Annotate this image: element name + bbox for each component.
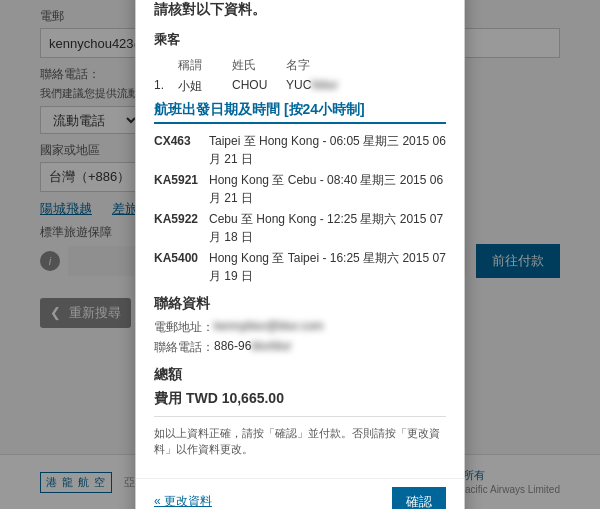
modal-title: 請核對以下資料。 — [154, 1, 446, 19]
flight-list: CX463 Taipei 至 Hong Kong - 06:05 星期三 201… — [154, 132, 446, 285]
contact-phone-value: 886-96blurblur — [214, 339, 291, 356]
flight-section-title: 航班出發日期及時間 [按24小時制] — [154, 101, 446, 124]
summary-total: 費用 TWD 10,665.00 — [154, 390, 446, 408]
contact-phone-row: 聯絡電話： 886-96blurblur — [154, 339, 446, 356]
pax-title: 小姐 — [178, 78, 228, 95]
passenger-header: 稱謂 姓氏 名字 — [154, 57, 446, 74]
flight-row-1: CX463 Taipei 至 Hong Kong - 06:05 星期三 201… — [154, 132, 446, 168]
modal-body: 請核對以下資料。 乘客 稱謂 姓氏 名字 1. 小姐 CHOU YUChblur… — [136, 0, 464, 478]
total-value: TWD 10,665.00 — [186, 390, 284, 406]
total-label: 費用 — [154, 390, 186, 406]
passenger-section-title: 乘客 — [154, 31, 446, 49]
flight-num-4: KA5400 — [154, 249, 209, 267]
pax-last: CHOU — [232, 78, 282, 95]
col-firstname-header: 名字 — [286, 57, 446, 74]
flight-detail-3: Cebu 至 Hong Kong - 12:25 星期六 2015 07 月 1… — [209, 210, 446, 246]
flight-detail-4: Hong Kong 至 Taipei - 16:25 星期六 2015 07 月… — [209, 249, 446, 285]
passenger-row: 1. 小姐 CHOU YUChblur — [154, 78, 446, 95]
flight-row-4: KA5400 Hong Kong 至 Taipei - 16:25 星期六 20… — [154, 249, 446, 285]
summary-section-title: 總額 — [154, 366, 446, 384]
contact-section-title: 聯絡資料 — [154, 295, 446, 313]
flight-num-3: KA5922 — [154, 210, 209, 228]
col-num — [154, 57, 174, 74]
flight-detail-2: Hong Kong 至 Cebu - 08:40 星期三 2015 06 月 2… — [209, 171, 446, 207]
contact-email-value: kennyblur@blur.com — [214, 319, 324, 336]
flight-detail-1: Taipei 至 Hong Kong - 06:05 星期三 2015 06 月… — [209, 132, 446, 168]
flight-num-2: KA5921 — [154, 171, 209, 189]
pax-first: YUChblur — [286, 78, 446, 95]
modal-footer: « 更改資料 確認 — [136, 478, 464, 510]
modal-dialog: 請核對以下資料。 乘客 稱謂 姓氏 名字 1. 小姐 CHOU YUChblur… — [135, 0, 465, 509]
modal-divider — [154, 416, 446, 417]
modal-note: 如以上資料正確，請按「確認」並付款。否則請按「更改資料」以作資料更改。 — [154, 425, 446, 458]
flight-num-1: CX463 — [154, 132, 209, 150]
flight-row-2: KA5921 Hong Kong 至 Cebu - 08:40 星期三 2015… — [154, 171, 446, 207]
modal-overlay: 請核對以下資料。 乘客 稱謂 姓氏 名字 1. 小姐 CHOU YUChblur… — [0, 0, 600, 509]
contact-email-row: 電郵地址： kennyblur@blur.com — [154, 319, 446, 336]
flight-row-3: KA5922 Cebu 至 Hong Kong - 12:25 星期六 2015… — [154, 210, 446, 246]
col-title-header: 稱謂 — [178, 57, 228, 74]
confirm-button[interactable]: 確認 — [392, 487, 446, 510]
contact-phone-label: 聯絡電話： — [154, 339, 214, 356]
col-lastname-header: 姓氏 — [232, 57, 282, 74]
edit-link[interactable]: « 更改資料 — [154, 493, 212, 509]
pax-num: 1. — [154, 78, 174, 95]
contact-email-label: 電郵地址： — [154, 319, 214, 336]
